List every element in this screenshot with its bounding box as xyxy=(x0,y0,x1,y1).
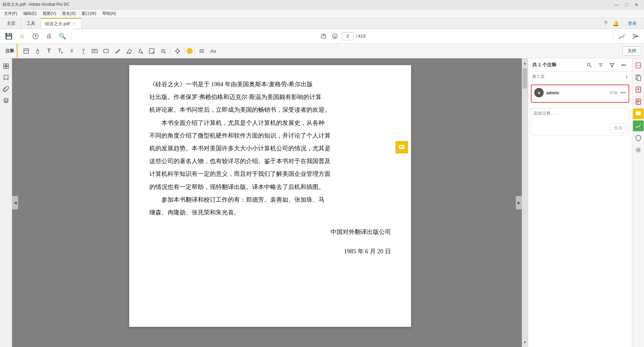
svg-marker-24 xyxy=(4,98,8,101)
menu-view[interactable]: 视图(V) xyxy=(40,10,59,17)
annot-separator xyxy=(170,47,170,55)
sign-button[interactable] xyxy=(616,30,628,42)
panel-sort-button[interactable] xyxy=(596,61,605,69)
panel-filter-button[interactable] xyxy=(608,61,616,69)
textbox-button[interactable] xyxy=(89,46,100,56)
menubar: 文件(F) 编辑(E) 视图(V) 签名(S) 窗口(W) 帮助(H) xyxy=(0,9,644,18)
pin-button[interactable] xyxy=(172,46,183,56)
attachments-button[interactable] xyxy=(1,84,11,94)
page-input[interactable] xyxy=(342,32,354,40)
send-button[interactable] xyxy=(629,30,641,42)
right-icon-pdf[interactable]: PDF xyxy=(633,60,644,71)
svg-rect-25 xyxy=(399,145,404,149)
pdf-paragraph-5: 不同的角度介绍了微型机硬件和软件方面的知识，并讨论了个人计算 xyxy=(149,130,391,141)
main-area: ◀ 《硅谷之火》一书是于 1984 年由美国奥斯本/麦格劳-希尔出版 社出版。作… xyxy=(0,58,644,347)
pdf-text-content: 《硅谷之火》一书是于 1984 年由美国奥斯本/麦格劳-希尔出版 社出版。作者保… xyxy=(149,79,391,257)
right-icon-sign[interactable] xyxy=(633,120,644,131)
font-button[interactable]: Aa xyxy=(208,46,218,56)
close-button[interactable]: ✕ xyxy=(632,1,641,8)
eraser-button[interactable] xyxy=(123,46,134,56)
next-page-button[interactable] xyxy=(330,32,340,41)
login-button[interactable]: 登录 xyxy=(625,19,640,28)
svg-rect-7 xyxy=(92,49,97,53)
scroll-right-button[interactable]: ▶ xyxy=(516,196,522,209)
right-icon-comment-active[interactable] xyxy=(633,108,644,119)
pdf-paragraph-11: 继森、冉隆勋、张兆荣和朱光喜。 xyxy=(149,207,391,218)
svg-point-15 xyxy=(153,52,154,53)
scrollbar-thumb[interactable] xyxy=(523,68,527,89)
highlight-button[interactable] xyxy=(32,46,43,56)
tab-file[interactable]: 硅谷之火.pdf × xyxy=(41,18,82,29)
vertical-scrollbar[interactable]: ▲ ▼ xyxy=(522,58,528,347)
notification-icon[interactable]: 🔔 xyxy=(612,20,619,27)
svg-point-28 xyxy=(587,63,590,66)
user-avatar: a xyxy=(534,88,544,97)
menu-help[interactable]: 帮助(H) xyxy=(100,10,119,17)
right-icon-security[interactable] xyxy=(633,133,644,143)
panel-more-button[interactable]: ••• xyxy=(619,61,628,69)
layers-button[interactable] xyxy=(1,95,11,105)
svg-text:PDF: PDF xyxy=(637,65,641,67)
underline-button[interactable]: T̲ xyxy=(78,46,89,56)
right-icon-export[interactable] xyxy=(633,84,644,95)
bookmark-button[interactable]: ☆ xyxy=(16,30,28,42)
annotation-time: 8:56 xyxy=(610,90,617,95)
annotation-more-button[interactable]: ••• xyxy=(620,90,626,96)
right-annotation-panel: 共 1 个注释 ••• 第 2 页 1 a admin 8: xyxy=(528,58,632,347)
color-picker[interactable] xyxy=(187,48,193,54)
svg-rect-21 xyxy=(6,64,8,66)
lines-button[interactable] xyxy=(196,46,207,56)
menu-edit[interactable]: 编辑(E) xyxy=(20,10,39,17)
svg-point-13 xyxy=(142,52,143,54)
sticky-note-button[interactable] xyxy=(21,46,32,56)
right-icon-tools[interactable] xyxy=(633,145,644,155)
menu-window[interactable]: 窗口(W) xyxy=(79,10,99,17)
annotation-text-input[interactable] xyxy=(533,110,627,120)
zoom-button[interactable]: 🔍 xyxy=(56,30,68,42)
titlebar-controls: — □ ✕ xyxy=(612,1,641,8)
maximize-button[interactable]: □ xyxy=(622,1,631,8)
right-icon-pages[interactable] xyxy=(633,72,644,83)
more-tools-button[interactable] xyxy=(158,46,168,56)
tabbar: 主页 工具 硅谷之火.pdf × ? 🔔 登录 xyxy=(0,18,644,29)
tab-close-button[interactable]: × xyxy=(72,21,77,27)
color-fill-button[interactable] xyxy=(135,46,146,56)
svg-line-29 xyxy=(590,65,591,67)
panel-search-button[interactable] xyxy=(585,61,594,69)
pdf-paragraph-6: 机的发展趋势。本书对美国许多大大小小计算机公司的情况，尤其是 xyxy=(149,143,391,154)
upload-button[interactable] xyxy=(30,30,42,42)
annot-separator3 xyxy=(194,47,195,55)
annotation-submit-button[interactable]: 发布 xyxy=(609,123,627,133)
text-button[interactable]: T xyxy=(44,46,54,56)
print-button[interactable]: 🖨 xyxy=(43,30,55,42)
underline-icon: T̲ xyxy=(82,48,85,54)
close-annotation-button[interactable]: 关闭 xyxy=(623,46,641,56)
scroll-left-button[interactable]: ◀ xyxy=(12,196,18,209)
scroll-down-button[interactable]: ▼ xyxy=(522,338,528,347)
rectangle-button[interactable] xyxy=(101,46,111,56)
text-subscript-button[interactable]: Ta xyxy=(55,46,66,56)
pencil-button[interactable] xyxy=(112,46,123,56)
right-icon-pages2[interactable] xyxy=(633,96,644,107)
svg-rect-4 xyxy=(24,49,29,53)
comment-sticky-icon[interactable] xyxy=(396,141,408,153)
help-icon[interactable]: ? xyxy=(604,20,607,27)
minimize-button[interactable]: — xyxy=(612,1,621,8)
bookmarks-button[interactable] xyxy=(1,72,11,83)
prev-page-button[interactable] xyxy=(319,32,328,41)
annotation-label: 注释 xyxy=(3,44,17,58)
pdf-page: 《硅谷之火》一书是于 1984 年由美国奥斯本/麦格劳-希尔出版 社出版。作者保… xyxy=(129,65,411,327)
annotation-page-label: 第 2 页 1 xyxy=(528,72,632,82)
svg-rect-23 xyxy=(6,66,8,68)
border-color-button[interactable] xyxy=(146,46,157,56)
pdf-viewer-area: ◀ 《硅谷之火》一书是于 1984 年由美国奥斯本/麦格劳-希尔出版 社出版。作… xyxy=(12,58,528,347)
tab-tools[interactable]: 工具 xyxy=(21,18,41,29)
strikethrough-button[interactable]: T xyxy=(66,46,77,56)
save-button[interactable]: 💾 xyxy=(3,30,15,42)
panel-header: 共 1 个注释 ••• xyxy=(528,58,632,72)
thumbnails-button[interactable] xyxy=(1,61,11,71)
tab-home[interactable]: 主页 xyxy=(1,18,21,29)
menu-sign[interactable]: 签名(S) xyxy=(59,10,78,17)
menu-file[interactable]: 文件(F) xyxy=(1,10,20,17)
scroll-up-button[interactable]: ▲ xyxy=(522,58,528,68)
